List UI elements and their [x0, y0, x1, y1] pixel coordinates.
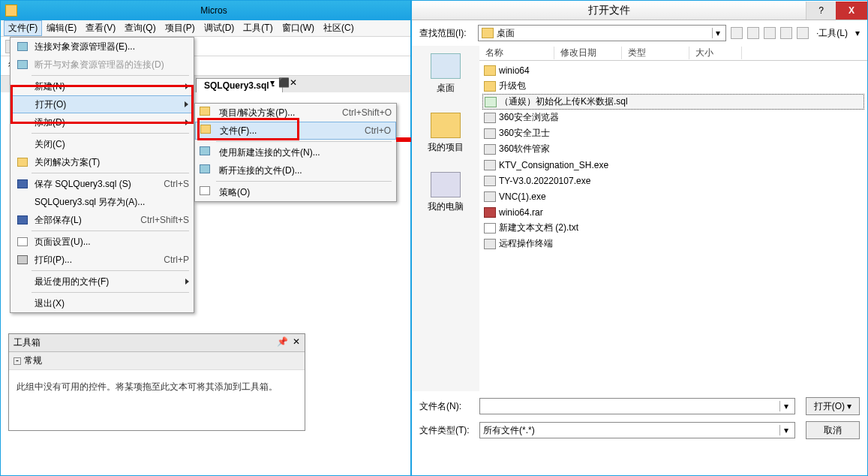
menu-community[interactable]: 社区(C)	[319, 20, 359, 36]
exe-icon	[484, 128, 496, 139]
menu-view[interactable]: 查看(V)	[81, 20, 120, 36]
app-icon	[5, 5, 17, 17]
file-row[interactable]: 远程操作终端	[482, 236, 864, 252]
file-list[interactable]: 名称 修改日期 类型 大小 winio64升级包（通娱）初始化上传K米数据.sq…	[479, 46, 867, 391]
place-my-projects[interactable]: 我的项目	[428, 113, 464, 154]
menu-exit[interactable]: 退出(X)	[11, 294, 194, 312]
menu-connect-object-explorer[interactable]: 连接对象资源管理器(E)...	[11, 38, 194, 56]
collapse-icon[interactable]: -	[14, 357, 21, 365]
submenu-file[interactable]: 文件(F)...Ctrl+O	[195, 122, 396, 140]
menu-save-as[interactable]: SQLQuery3.sql 另存为(A)...	[11, 193, 194, 211]
submenu-file-disconnected[interactable]: 断开连接的文件(D)...	[195, 161, 396, 179]
toolbox-category[interactable]: -常规	[9, 352, 305, 370]
cancel-button[interactable]: 取消	[806, 421, 860, 439]
menu-disconnect-object-explorer: 断开与对象资源管理器的连接(D)	[11, 56, 194, 74]
submenu-project-solution[interactable]: 项目/解决方案(P)...Ctrl+Shift+O	[195, 104, 396, 122]
menu-query[interactable]: 查询(Q)	[120, 20, 160, 36]
menu-close-solution[interactable]: 关闭解决方案(T)	[11, 153, 194, 171]
file-row[interactable]: （通娱）初始化上传K米数据.sql	[482, 94, 864, 110]
newfolder-icon[interactable]	[780, 27, 792, 39]
file-row[interactable]: 360软件管家	[482, 141, 864, 157]
exe-icon	[484, 160, 496, 170]
file-row[interactable]: 升级包	[482, 78, 864, 94]
file-name: 新建文本文档 (2).txt	[499, 221, 578, 234]
column-headers[interactable]: 名称 修改日期 类型 大小	[479, 46, 867, 61]
menu-recent-files[interactable]: 最近使用的文件(F)	[11, 273, 194, 291]
rar-icon	[484, 207, 496, 218]
file-menu: 连接对象资源管理器(E)... 断开与对象资源管理器的连接(D) 新建(N) 打…	[10, 37, 194, 313]
place-desktop[interactable]: 桌面	[431, 53, 461, 95]
menu-file[interactable]: 文件(F)	[4, 20, 42, 36]
dropdown-icon[interactable]: ▾	[779, 425, 791, 435]
db-disconnect-icon	[17, 60, 28, 69]
col-date[interactable]: 修改日期	[554, 47, 622, 59]
open-submenu: 项目/解决方案(P)...Ctrl+Shift+O 文件(F)...Ctrl+O…	[194, 103, 397, 202]
delete-icon[interactable]	[764, 27, 776, 39]
file-row[interactable]: 360安全浏览器	[482, 110, 864, 125]
submenu-file-new-connection[interactable]: 使用新建连接的文件(N)...	[195, 143, 396, 161]
menu-close[interactable]: 关闭(C)	[11, 135, 194, 153]
menu-save-all[interactable]: 全部保存(L)Ctrl+Shift+S	[11, 211, 194, 229]
file-row[interactable]: winio64.rar	[482, 204, 864, 220]
menu-save[interactable]: 保存 SQLQuery3.sql (S)Ctrl+S	[11, 175, 194, 193]
file-row[interactable]: winio64	[482, 62, 864, 78]
file-name: TY-V3.0.20220107.exe	[499, 176, 590, 186]
menu-tools[interactable]: 工具(T)	[239, 20, 277, 36]
menu-window[interactable]: 窗口(W)	[278, 20, 319, 36]
dialog-footer: 文件名(N): ▾ 打开(O) ▾ 文件类型(T): 所有文件(*.*)▾ 取消	[412, 391, 867, 451]
menu-new[interactable]: 新建(N)	[11, 77, 194, 95]
dropdown-icon[interactable]: ▾	[712, 28, 722, 38]
menu-edit[interactable]: 编辑(E)	[42, 20, 81, 36]
exe-icon	[484, 176, 496, 186]
split-dropdown-icon[interactable]: ▾	[847, 401, 851, 411]
filetype-combo[interactable]: 所有文件(*.*)▾	[479, 422, 795, 438]
toolbox-close-icon[interactable]: ✕	[293, 336, 300, 349]
help-button[interactable]: ?	[806, 2, 836, 20]
up-icon[interactable]	[747, 27, 759, 39]
filename-input[interactable]: ▾	[479, 398, 795, 414]
menu-add[interactable]: 添加(D)	[11, 113, 194, 131]
col-type[interactable]: 类型	[622, 47, 689, 59]
menu-bar[interactable]: 文件(F) 编辑(E) 查看(V) 查询(Q) 项目(P) 调试(D) 工具(T…	[1, 20, 410, 37]
file-row[interactable]: 新建文本文档 (2).txt	[482, 220, 864, 236]
views-icon[interactable]	[797, 27, 809, 39]
file-name: VNC(1).exe	[499, 191, 546, 202]
chevron-down-icon[interactable]: ▾	[855, 28, 860, 38]
submenu-arrow-icon	[185, 101, 188, 107]
menu-project[interactable]: 项目(P)	[161, 20, 200, 36]
open-button[interactable]: 打开(O) ▾	[806, 397, 860, 415]
dropdown-icon[interactable]: ▾	[779, 401, 791, 411]
tools-dropdown[interactable]: ·工具(L)	[813, 27, 851, 40]
menu-debug[interactable]: 调试(D)	[200, 20, 239, 36]
file-row[interactable]: TY-V3.0.20220107.exe	[482, 173, 864, 188]
place-my-computer[interactable]: 我的电脑	[428, 172, 464, 213]
toolbox-pin-icon[interactable]: 📌	[277, 336, 288, 349]
look-in-row: 查找范围(I): 桌面 ▾ ·工具(L)▾	[412, 20, 867, 46]
file-row[interactable]: VNC(1).exe	[482, 188, 864, 204]
file-disc-icon	[200, 164, 210, 173]
exe-icon	[484, 113, 496, 123]
look-in-combo[interactable]: 桌面 ▾	[478, 25, 726, 41]
close-button[interactable]: X	[836, 2, 867, 20]
folder-icon	[484, 81, 496, 92]
file-name: （通娱）初始化上传K米数据.sql	[500, 95, 628, 108]
save-icon	[17, 179, 28, 188]
menu-page-setup[interactable]: 页面设置(U)...	[11, 233, 194, 251]
file-name: 360安全卫士	[499, 127, 550, 140]
col-size[interactable]: 大小	[689, 47, 742, 59]
menu-open[interactable]: 打开(O)	[11, 95, 194, 113]
file-name: 远程操作终端	[499, 237, 553, 250]
tab-controls[interactable]: ▾⬛✕	[268, 77, 298, 88]
menu-print[interactable]: 打印(P)...Ctrl+P	[11, 251, 194, 269]
submenu-arrow-icon	[185, 279, 189, 285]
col-name[interactable]: 名称	[479, 47, 554, 59]
db-connect-icon	[17, 42, 28, 51]
toolbox-empty-text: 此组中没有可用的控件。将某项拖至此文本可将其添加到工具箱。	[9, 370, 305, 430]
file-row[interactable]: 360安全卫士	[482, 125, 864, 141]
back-icon[interactable]	[731, 27, 743, 39]
exe-icon	[484, 191, 496, 202]
submenu-policy[interactable]: 策略(O)	[195, 183, 396, 201]
file-name: 升级包	[499, 80, 526, 92]
submenu-arrow-icon	[185, 119, 189, 125]
file-row[interactable]: KTV_Consignation_SH.exe	[482, 157, 864, 173]
